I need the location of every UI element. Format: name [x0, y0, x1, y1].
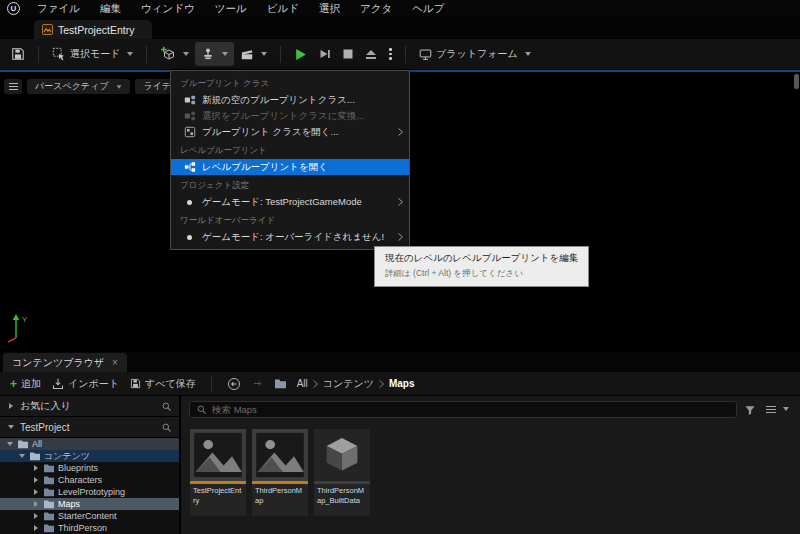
asset-search-box[interactable] — [189, 401, 737, 418]
perspective-dropdown[interactable]: パースペクティブ — [27, 79, 130, 94]
tree-item-thirdperson[interactable]: ThirdPerson — [0, 522, 179, 534]
menu-actor[interactable]: アクタ — [350, 0, 402, 17]
tree-item-label: LevelPrototyping — [58, 487, 125, 497]
search-icon[interactable] — [161, 422, 172, 433]
blueprints-menu: ブループリント クラス 新規の空のブループリントクラス... 選択をブループリン… — [170, 70, 410, 250]
menu-select[interactable]: 選択 — [309, 0, 350, 17]
stop-icon — [343, 49, 353, 59]
expand-arrow-icon[interactable] — [7, 403, 15, 409]
toolbar-separator — [38, 46, 39, 63]
asset-name: ThirdPersonMap — [252, 484, 308, 516]
search-input[interactable] — [212, 404, 730, 415]
unreal-logo-icon[interactable]: U — [7, 2, 20, 15]
collapse-arrow-icon[interactable] — [19, 454, 25, 458]
menu-section-header: プロジェクト設定 — [171, 175, 409, 194]
submenu-arrow-icon — [398, 127, 403, 138]
tree-item-blueprints[interactable]: Blueprints — [0, 462, 179, 474]
asset-tile-builtdata[interactable]: ThirdPersonMap_BuiltData — [314, 429, 370, 516]
asset-tile-testprojectentry[interactable]: TestProjectEntry — [190, 429, 246, 516]
tree-item-all[interactable]: All — [0, 438, 179, 450]
favorites-header[interactable]: お気に入り — [0, 396, 179, 417]
submenu-arrow-icon — [398, 197, 403, 208]
expand-arrow-icon[interactable] — [34, 489, 38, 495]
platforms-dropdown[interactable]: プラットフォーム — [413, 42, 537, 66]
viewport-scrollbar-thumb[interactable] — [794, 74, 799, 89]
expand-arrow-icon[interactable] — [34, 525, 38, 531]
tree-item-startercontent[interactable]: StarterContent — [0, 510, 179, 522]
menu-item-world-override-gamemode[interactable]: ゲームモード: オーバーライドされません! — [171, 229, 409, 245]
breadcrumb-all[interactable]: All — [297, 378, 308, 389]
play-icon — [294, 48, 307, 61]
tree-item-label: コンテンツ — [44, 450, 90, 463]
chevron-down-icon — [525, 52, 531, 56]
breadcrumb-separator-icon — [379, 380, 384, 388]
asset-tile-thirdpersonmap[interactable]: ThirdPersonMap — [252, 429, 308, 516]
select-mode-icon — [52, 47, 66, 61]
import-button[interactable]: インポート — [49, 377, 122, 391]
filter-icon[interactable] — [744, 404, 756, 416]
content-browser-sources-panel: お気に入り TestProject All — [0, 396, 181, 534]
tree-item-label: All — [32, 439, 42, 449]
breadcrumb-content[interactable]: コンテンツ — [323, 377, 374, 391]
menu-help[interactable]: ヘルプ — [402, 0, 454, 17]
forward-button[interactable] — [249, 378, 266, 389]
expand-arrow-icon[interactable] — [34, 501, 38, 507]
chevron-down-icon — [127, 52, 133, 56]
add-actor-dropdown[interactable] — [154, 42, 195, 66]
tree-item-levelprototyping[interactable]: LevelPrototyping — [0, 486, 179, 498]
eject-button[interactable] — [359, 42, 383, 66]
toolbar-separator — [280, 46, 281, 63]
menu-item-project-gamemode[interactable]: ゲームモード: TestProjectGameMode — [171, 194, 409, 210]
save-all-button[interactable]: すべて保存 — [127, 377, 199, 391]
play-button[interactable] — [288, 42, 313, 66]
stop-button[interactable] — [337, 42, 359, 66]
expand-arrow-icon[interactable] — [34, 465, 38, 471]
blueprints-dropdown[interactable] — [195, 42, 234, 66]
path-folder-button[interactable] — [271, 378, 290, 389]
expand-arrow-icon[interactable] — [34, 477, 38, 483]
view-settings-button[interactable] — [763, 406, 792, 414]
content-browser-tab[interactable]: コンテンツブラウザ × — [3, 353, 127, 372]
back-button[interactable] — [224, 377, 244, 391]
menu-tools[interactable]: ツール — [205, 0, 257, 17]
tree-item-characters[interactable]: Characters — [0, 474, 179, 486]
menu-build[interactable]: ビルド — [257, 0, 309, 17]
tree-item-label: Characters — [58, 475, 102, 485]
menu-item-label: 選択をブループリントクラスに変換... — [202, 110, 364, 123]
save-button[interactable] — [5, 42, 31, 66]
main-menubar: U ファイル 編集 ウィンドウ ツール ビルド 選択 アクタ ヘルプ — [0, 0, 800, 17]
search-icon — [196, 404, 207, 415]
menu-section-header: ワールドオーバーライド — [171, 210, 409, 229]
collapse-arrow-icon[interactable] — [7, 442, 13, 446]
level-tab-label: TestProjectEntry — [58, 24, 134, 36]
level-tab[interactable]: TestProjectEntry — [34, 20, 152, 39]
cinematics-dropdown[interactable] — [234, 42, 273, 66]
content-browser: コンテンツブラウザ × + 追加 インポート すべて保存 — [0, 352, 800, 534]
breadcrumb: All コンテンツ Maps — [297, 377, 415, 391]
select-mode-dropdown[interactable]: 選択モード — [46, 42, 139, 66]
tooltip: 現在のレベルのレベルブループリントを編集 詳細は (Ctrl + Alt) を押… — [374, 246, 589, 287]
menu-window[interactable]: ウィンドウ — [131, 0, 205, 17]
folder-open-icon — [17, 439, 29, 449]
skip-icon — [319, 48, 331, 60]
plus-icon: + — [10, 378, 17, 390]
tree-item-maps[interactable]: Maps — [0, 498, 179, 510]
play-options-kebab[interactable] — [383, 48, 398, 60]
menu-item-new-blueprint-class[interactable]: 新規の空のブループリントクラス... — [171, 92, 409, 108]
add-button[interactable]: + 追加 — [7, 377, 44, 391]
breadcrumb-maps[interactable]: Maps — [389, 378, 415, 389]
collapse-arrow-icon[interactable] — [7, 425, 15, 429]
content-browser-tabstrip: コンテンツブラウザ × — [0, 352, 800, 372]
menu-item-open-blueprint-class[interactable]: ブループリント クラスを開く... — [171, 124, 409, 140]
skip-frame-button[interactable] — [313, 42, 337, 66]
search-icon[interactable] — [161, 401, 172, 412]
menu-file[interactable]: ファイル — [27, 0, 90, 17]
expand-arrow-icon[interactable] — [34, 513, 38, 519]
project-header[interactable]: TestProject — [0, 417, 179, 438]
viewport-options-button[interactable] — [4, 79, 22, 94]
menu-item-open-level-blueprint[interactable]: レベルブループリントを開く — [171, 159, 409, 175]
folder-icon — [43, 499, 55, 509]
menu-edit[interactable]: 編集 — [90, 0, 131, 17]
tree-item-content[interactable]: コンテンツ — [0, 450, 179, 462]
close-icon[interactable]: × — [112, 358, 118, 368]
